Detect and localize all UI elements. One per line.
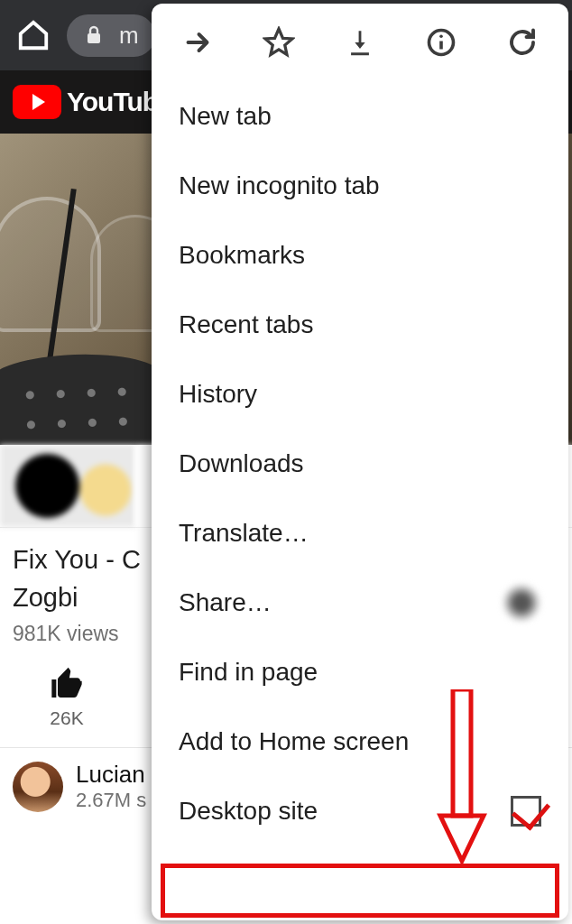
like-count: 26K: [50, 707, 83, 729]
channel-subscribers: 2.67M s: [76, 789, 146, 812]
menu-find-in-page[interactable]: Find in page: [152, 637, 568, 707]
lock-icon: [83, 23, 105, 47]
home-icon[interactable]: [16, 18, 51, 52]
menu-recent-tabs[interactable]: Recent tabs: [152, 290, 568, 359]
star-icon[interactable]: [262, 25, 296, 60]
reload-icon[interactable]: [505, 25, 540, 60]
menu-item-label: Recent tabs: [179, 310, 313, 339]
menu-item-label: Downloads: [179, 449, 304, 478]
avatar: [13, 762, 63, 812]
svg-marker-1: [265, 29, 292, 55]
youtube-logo[interactable]: YouTube: [13, 85, 172, 119]
menu-desktop-site[interactable]: Desktop site: [152, 776, 568, 845]
menu-new-tab[interactable]: New tab: [152, 81, 568, 151]
menu-bookmarks[interactable]: Bookmarks: [152, 220, 568, 290]
menu-downloads[interactable]: Downloads: [152, 429, 568, 498]
channel-name: Lucian: [76, 761, 146, 789]
menu-item-label: Desktop site: [179, 797, 318, 826]
menu-item-label: Find in page: [179, 658, 318, 687]
download-icon[interactable]: [343, 25, 377, 60]
menu-item-label: Share…: [179, 588, 272, 617]
like-button[interactable]: 26K: [13, 666, 121, 729]
menu-new-incognito-tab[interactable]: New incognito tab: [152, 151, 568, 220]
menu-item-label: New tab: [179, 102, 272, 131]
share-icon: [502, 583, 541, 623]
upnext-thumbnail: [0, 445, 135, 527]
menu-item-label: New incognito tab: [179, 171, 380, 200]
youtube-logo-icon: [13, 85, 61, 119]
menu-item-label: Bookmarks: [179, 241, 305, 270]
url-pill[interactable]: m: [67, 14, 155, 57]
menu-translate[interactable]: Translate…: [152, 498, 568, 568]
url-text: m: [119, 22, 139, 50]
menu-icon-row: [152, 4, 568, 81]
svg-rect-0: [88, 33, 100, 43]
browser-overflow-menu: New tab New incognito tab Bookmarks Rece…: [152, 4, 568, 920]
info-icon[interactable]: [424, 25, 458, 60]
desktop-site-checkbox[interactable]: [511, 796, 541, 827]
thumb-up-icon: [49, 666, 85, 702]
svg-point-4: [439, 34, 443, 38]
menu-share[interactable]: Share…: [152, 568, 568, 637]
menu-history[interactable]: History: [152, 359, 568, 429]
forward-icon[interactable]: [180, 25, 215, 60]
menu-add-to-home[interactable]: Add to Home screen: [152, 707, 568, 776]
menu-item-label: Add to Home screen: [179, 727, 409, 756]
menu-item-label: History: [179, 380, 257, 409]
menu-item-label: Translate…: [179, 519, 309, 548]
